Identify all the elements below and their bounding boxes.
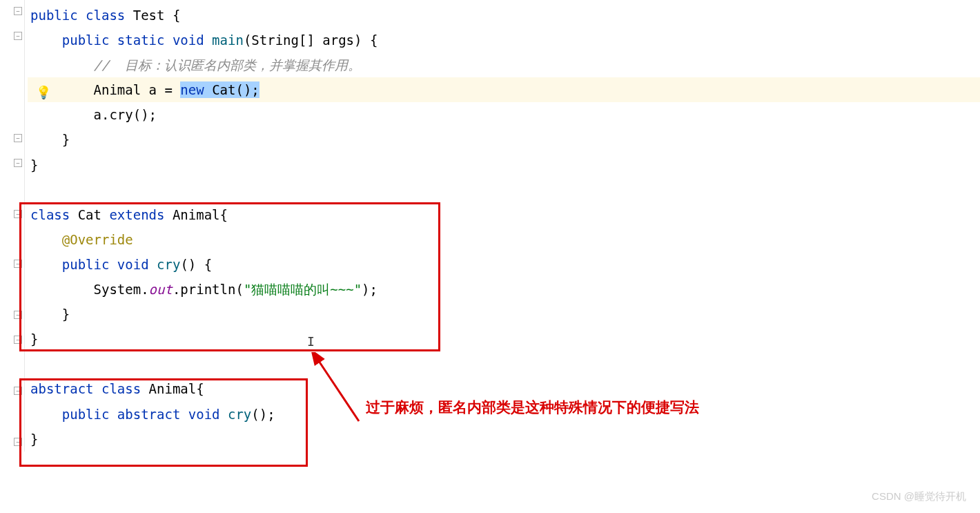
annotation-text: 过于麻烦，匿名内部类是这种特殊情况下的便捷写法 — [366, 394, 699, 421]
code-line[interactable]: } — [28, 127, 980, 152]
keyword: public class — [30, 8, 125, 23]
keyword: public static void — [62, 32, 204, 48]
blank-line[interactable] — [28, 351, 980, 376]
var-decl: Animal a = — [94, 82, 181, 97]
code-line[interactable]: public class Test { — [28, 3, 980, 28]
params: (String[] args) { — [244, 32, 378, 48]
constructor-call: Cat(); — [204, 82, 259, 97]
statement: a.cry(); — [94, 107, 157, 122]
intention-bulb-icon[interactable]: 💡 — [36, 81, 51, 104]
text-selection: new Cat(); — [180, 81, 259, 98]
annotation-box-2 — [19, 378, 308, 467]
class-name: Test { — [125, 8, 180, 23]
keyword: new — [180, 82, 204, 97]
fold-icon[interactable]: − — [14, 159, 22, 167]
fold-icon[interactable]: − — [14, 7, 22, 15]
blank-line[interactable] — [28, 177, 980, 202]
brace: } — [62, 132, 70, 147]
arrow-icon — [311, 352, 373, 435]
text-cursor-icon: I — [307, 330, 315, 354]
svg-line-0 — [317, 359, 359, 421]
brace: } — [30, 157, 38, 173]
method-name: main — [204, 32, 244, 48]
fold-icon[interactable]: − — [14, 32, 22, 40]
code-line[interactable]: // 目标：认识匿名内部类，并掌握其作用。 — [28, 52, 980, 77]
annotation-box-1 — [19, 202, 440, 351]
code-line[interactable]: } — [28, 153, 980, 177]
code-line-highlighted[interactable]: Animal a = new Cat(); — [28, 77, 980, 102]
fold-icon[interactable]: − — [14, 134, 22, 142]
comment: // 目标：认识匿名内部类，并掌握其作用。 — [94, 57, 362, 72]
code-line[interactable]: a.cry(); — [28, 102, 980, 127]
code-line[interactable]: public static void main(String[] args) { — [28, 28, 980, 52]
watermark: CSDN @睡觉待开机 — [872, 487, 966, 507]
